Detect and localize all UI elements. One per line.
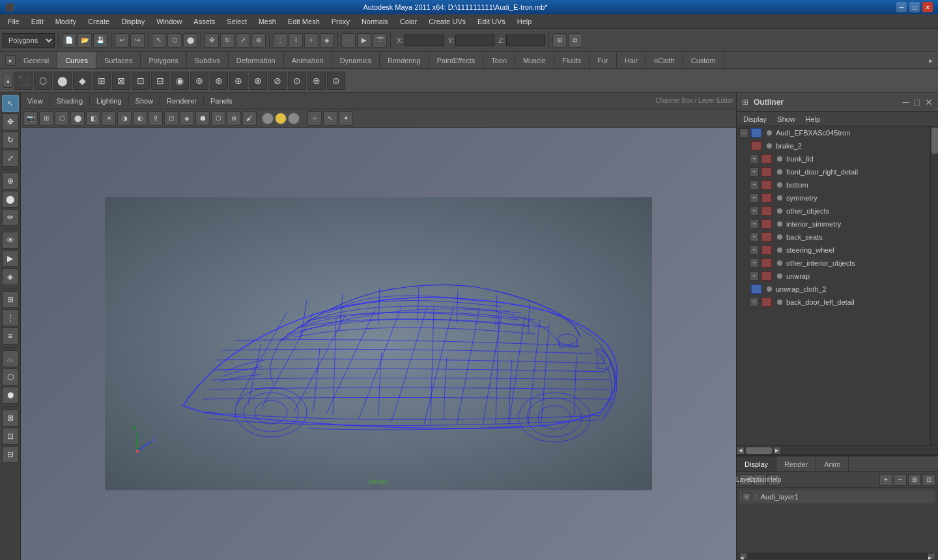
soft-select-button[interactable]: ⊕ <box>2 173 19 189</box>
open-file-button[interactable]: 📂 <box>78 33 92 48</box>
layer-tab-anim[interactable]: Anim <box>816 456 849 471</box>
x-input[interactable] <box>405 35 444 46</box>
outliner-menu-display[interactable]: Display <box>739 114 771 124</box>
quality-low-button[interactable] <box>262 113 274 124</box>
shelf-icon-9[interactable]: ◉ <box>171 72 189 90</box>
shelf-icon-11[interactable]: ⊛ <box>210 72 228 90</box>
ol-expand-symmetry[interactable]: + <box>750 193 759 203</box>
hscroll-right[interactable]: ▸ <box>773 447 781 455</box>
viewport-rig-icon[interactable]: ⊕ <box>227 111 241 126</box>
viewport-menu-view[interactable]: View <box>23 96 47 106</box>
menu-file[interactable]: File <box>3 16 25 27</box>
ol-item-backdoor[interactable]: + back_door_left_detail <box>737 296 930 309</box>
menu-edit-mesh[interactable]: Edit Mesh <box>283 16 325 27</box>
viewport-ambient-icon[interactable]: ◐ <box>133 111 147 126</box>
menu-display[interactable]: Display <box>116 16 150 27</box>
viewport-subd-icon[interactable]: ⬡ <box>211 111 225 126</box>
misc-button-2[interactable]: ⊡ <box>2 428 19 445</box>
menu-proxy[interactable]: Proxy <box>326 16 355 27</box>
shelf-icon-3[interactable]: ⬤ <box>53 72 72 90</box>
snap-icon[interactable]: ⊹ <box>307 111 322 126</box>
layer-subtab-options[interactable]: Options <box>754 474 767 486</box>
shelf-tab-fluids[interactable]: Fluids <box>554 52 590 68</box>
viewport-menu-renderer[interactable]: Renderer <box>163 96 201 106</box>
surface-button[interactable]: ⬡ <box>2 369 19 385</box>
menu-create-uvs[interactable]: Create UVs <box>423 16 471 27</box>
paint-button[interactable]: ⬤ <box>183 33 197 48</box>
shelf-tab-dynamics[interactable]: Dynamics <box>332 52 380 68</box>
layer-subtab-help[interactable]: Help <box>768 474 781 486</box>
ol-expand-frontdoor[interactable]: + <box>750 167 759 176</box>
viewport-textured-icon[interactable]: ◧ <box>86 111 100 126</box>
close-button[interactable]: ✕ <box>922 2 933 12</box>
paint-button[interactable]: ✏ <box>2 209 19 226</box>
ol-expand-unwrap[interactable]: + <box>750 272 759 281</box>
viewport-shaded-icon[interactable]: ⬤ <box>70 111 85 126</box>
viewport-menu-panels[interactable]: Panels <box>206 96 236 106</box>
menu-assets[interactable]: Assets <box>188 16 220 27</box>
snap-surface-button[interactable]: ◈ <box>320 33 334 48</box>
shelf-tab-general[interactable]: General <box>16 52 57 68</box>
maximize-button[interactable]: □ <box>909 2 920 12</box>
snap-curve-button[interactable]: ⌇ <box>289 33 303 48</box>
scale-button[interactable]: ⤢ <box>236 33 250 48</box>
menu-window[interactable]: Window <box>151 16 187 27</box>
ipr-button[interactable]: 🎬 <box>373 33 387 48</box>
shelf-expand[interactable]: ▸ <box>929 56 933 65</box>
layer-tab-render[interactable]: Render <box>776 456 816 471</box>
snap-grid-button[interactable]: ⋮ <box>273 33 287 48</box>
outliner-hscroll-thumb[interactable] <box>746 447 772 454</box>
viewport-lighting-icon[interactable]: ☀ <box>102 111 116 126</box>
menu-help[interactable]: Help <box>512 16 537 27</box>
layer-scroll-right[interactable]: ▸ <box>928 553 935 559</box>
viewport-shadow-icon[interactable]: ◑ <box>117 111 132 126</box>
outliner-minimize[interactable]: ─ <box>903 97 909 107</box>
shelf-icon-10[interactable]: ⊚ <box>190 72 208 90</box>
shelf-tab-curves[interactable]: Curves <box>57 52 96 68</box>
ol-item-interior[interactable]: + interior_simmetry <box>737 217 930 231</box>
copy-button[interactable]: ⧉ <box>568 33 582 48</box>
ol-expand-bottom[interactable]: + <box>750 180 759 189</box>
viewport-xray-icon[interactable]: ☿ <box>149 111 163 126</box>
shelf-icon-6[interactable]: ⊠ <box>112 72 130 90</box>
outliner-button[interactable]: ⋮ <box>2 309 19 326</box>
snap-point-button[interactable]: + <box>304 33 319 48</box>
ol-expand-trunk[interactable]: + <box>750 154 759 163</box>
ol-item-unwrap-cloth[interactable]: unwrap_cloth_2 <box>737 283 930 296</box>
outliner-menu-help[interactable]: Help <box>802 114 825 124</box>
viewport-iso-icon[interactable]: ⊡ <box>164 111 178 126</box>
shelf-tab-animation[interactable]: Animation <box>284 52 332 68</box>
layer-visible-indicator[interactable]: V <box>742 492 751 501</box>
channel-box-button[interactable]: ≡ <box>2 328 19 344</box>
shelf-icon-12[interactable]: ⊕ <box>229 72 248 90</box>
layer-create-button[interactable]: + <box>879 474 892 486</box>
minimize-button[interactable]: ─ <box>896 2 907 12</box>
save-file-button[interactable]: 💾 <box>93 33 107 48</box>
shelf-tab-toon[interactable]: Toon <box>483 52 515 68</box>
menu-select[interactable]: Select <box>221 16 252 27</box>
ol-item-interior2[interactable]: + other_interior_objects <box>737 257 930 270</box>
ol-expand-wheel[interactable]: + <box>750 245 759 255</box>
layer-options-button[interactable]: ⊡ <box>922 474 935 486</box>
viewport-menu-show[interactable]: Show <box>132 96 158 106</box>
misc-button-1[interactable]: ⊠ <box>2 410 19 427</box>
quality-med-button[interactable] <box>275 113 287 124</box>
shelf-tab-polygons[interactable]: Polygons <box>141 52 186 68</box>
viewport-camera-icon[interactable]: 📷 <box>23 111 38 126</box>
new-file-button[interactable]: 📄 <box>62 33 76 48</box>
ol-expand-root[interactable]: − <box>739 128 748 137</box>
ol-item-unwrap[interactable]: + unwrap <box>737 270 930 283</box>
shelf-icon-16[interactable]: ⊜ <box>307 72 326 90</box>
y-input[interactable] <box>455 35 494 46</box>
ol-item-symmetry[interactable]: + symmetry <box>737 191 930 204</box>
menu-normals[interactable]: Normals <box>356 16 393 27</box>
outliner-vertical-scrollbar[interactable] <box>930 126 938 445</box>
rotate-tool-button[interactable]: ↻ <box>2 132 19 148</box>
lasso-button[interactable]: ⬡ <box>167 33 182 48</box>
outliner-maximize[interactable]: □ <box>915 97 920 107</box>
outliner-menu-show[interactable]: Show <box>773 114 799 124</box>
shelf-tab-deformation[interactable]: Deformation <box>229 52 284 68</box>
show-button[interactable]: 👁 <box>2 232 19 249</box>
viewport-wireframe-icon[interactable]: ⬡ <box>55 111 69 126</box>
ol-expand-interior2[interactable]: + <box>750 259 759 268</box>
